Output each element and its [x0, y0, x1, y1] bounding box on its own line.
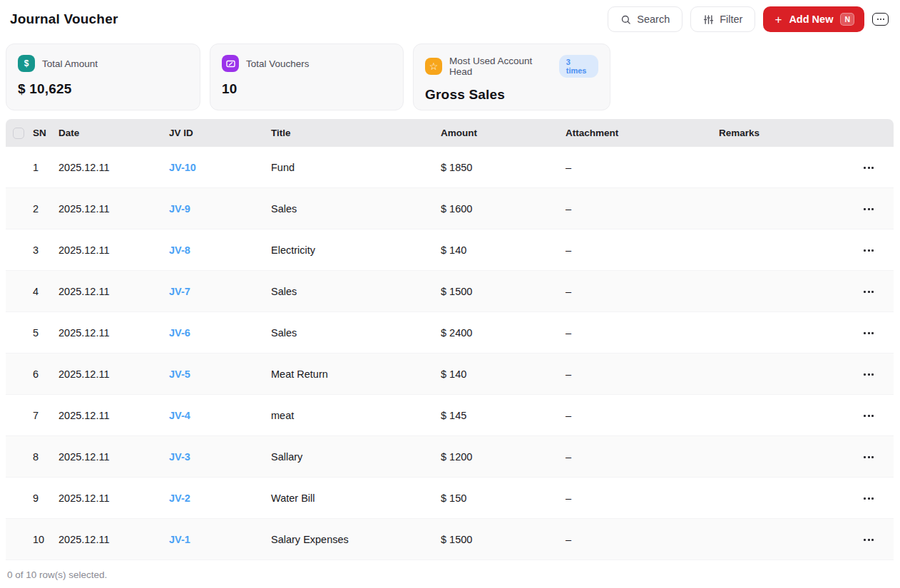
cell-title: meat: [271, 410, 441, 421]
total-amount-label: Total Amount: [42, 58, 98, 69]
table-row: 3 2025.12.11 JV-8 Electricity $ 140 –: [6, 229, 894, 271]
search-button[interactable]: Search: [608, 6, 682, 32]
stats-row: $ Total Amount $ 10,625 Total Vouchers 1…: [0, 38, 900, 115]
jv-id-link[interactable]: JV-6: [169, 327, 190, 339]
row-actions-button[interactable]: [864, 249, 874, 252]
row-actions-button[interactable]: [864, 208, 874, 210]
cell-sn: 7: [33, 410, 58, 421]
jv-id-link[interactable]: JV-4: [169, 410, 190, 421]
jv-id-link[interactable]: JV-2: [169, 492, 190, 504]
cell-date: 2025.12.11: [58, 327, 169, 339]
row-actions-button[interactable]: [864, 332, 874, 334]
cell-amount: $ 1500: [441, 534, 566, 545]
cell-attachment: –: [566, 451, 719, 463]
most-used-account-label: Most Used Account Head: [449, 56, 551, 77]
cell-date: 2025.12.11: [58, 244, 169, 256]
cell-title: Sales: [271, 286, 441, 297]
cell-attachment: –: [566, 244, 719, 256]
row-actions-button[interactable]: [864, 373, 874, 376]
cell-sn: 4: [33, 286, 58, 297]
cell-sn: 1: [33, 162, 58, 173]
cell-sn: 10: [33, 534, 58, 545]
total-amount-card: $ Total Amount $ 10,625: [6, 43, 200, 110]
row-actions-button[interactable]: [864, 456, 874, 458]
jv-id-link[interactable]: JV-8: [169, 244, 190, 256]
cell-title: Sallary: [271, 451, 441, 463]
table-row: 8 2025.12.11 JV-3 Sallary $ 1200 –: [6, 436, 894, 478]
cell-sn: 8: [33, 451, 58, 463]
cell-attachment: –: [566, 162, 719, 173]
row-actions-button[interactable]: [864, 539, 874, 541]
total-amount-value: $ 10,625: [18, 81, 188, 97]
cell-amount: $ 150: [441, 492, 566, 504]
cell-title: Sales: [271, 203, 441, 215]
cell-date: 2025.12.11: [58, 534, 169, 545]
cell-title: Sales: [271, 327, 441, 339]
cell-attachment: –: [566, 534, 719, 545]
search-icon: [620, 14, 631, 25]
cell-attachment: –: [566, 368, 719, 380]
table-header-row: SN Date JV ID Title Amount Attachment Re…: [6, 119, 894, 147]
cell-attachment: –: [566, 410, 719, 421]
cell-sn: 3: [33, 244, 58, 256]
row-actions-button[interactable]: [864, 167, 874, 169]
cell-amount: $ 1500: [441, 286, 566, 297]
add-new-button-label: Add New: [789, 14, 833, 25]
jv-id-link[interactable]: JV-9: [169, 203, 190, 215]
cell-amount: $ 140: [441, 244, 566, 256]
column-header-jvid: JV ID: [169, 128, 271, 138]
cell-attachment: –: [566, 286, 719, 297]
cell-date: 2025.12.11: [58, 492, 169, 504]
table-row: 1 2025.12.11 JV-10 Fund $ 1850 –: [6, 147, 894, 188]
cell-amount: $ 2400: [441, 327, 566, 339]
cell-attachment: –: [566, 492, 719, 504]
table-row: 4 2025.12.11 JV-7 Sales $ 1500 –: [6, 271, 894, 312]
cell-date: 2025.12.11: [58, 451, 169, 463]
topbar: Journal Voucher Search Filter + Add N: [0, 0, 900, 38]
dollar-icon: $: [18, 55, 35, 72]
cell-attachment: –: [566, 203, 719, 215]
cell-sn: 6: [33, 368, 58, 380]
total-vouchers-label: Total Vouchers: [246, 58, 310, 69]
row-actions-button[interactable]: [864, 497, 874, 500]
plus-icon: +: [774, 14, 782, 26]
jv-id-link[interactable]: JV-7: [169, 286, 190, 297]
filter-button[interactable]: Filter: [690, 6, 755, 32]
times-badge: 3 times: [559, 55, 598, 78]
table-row: 9 2025.12.11 JV-2 Water Bill $ 150 –: [6, 478, 894, 519]
jv-id-link[interactable]: JV-1: [169, 534, 190, 545]
vouchers-table: SN Date JV ID Title Amount Attachment Re…: [6, 119, 894, 560]
table-body: 1 2025.12.11 JV-10 Fund $ 1850 – 2 2025.…: [6, 147, 894, 560]
select-all-checkbox[interactable]: [13, 128, 24, 139]
cell-amount: $ 140: [441, 368, 566, 380]
filter-icon: [703, 14, 714, 25]
table-row: 7 2025.12.11 JV-4 meat $ 145 –: [6, 395, 894, 436]
page-title: Journal Voucher: [10, 11, 118, 27]
add-new-button[interactable]: + Add New N: [763, 6, 864, 32]
jv-id-link[interactable]: JV-10: [169, 162, 196, 173]
cell-sn: 9: [33, 492, 58, 504]
cell-date: 2025.12.11: [58, 286, 169, 297]
topbar-actions: Search Filter + Add New N: [608, 6, 889, 32]
row-actions-button[interactable]: [864, 291, 874, 293]
more-options-icon[interactable]: [872, 13, 889, 26]
jv-id-link[interactable]: JV-5: [169, 368, 190, 380]
selection-status: 0 of 10 row(s) selected.: [0, 560, 900, 588]
cell-title: Electricity: [271, 244, 441, 256]
column-header-amount: Amount: [441, 128, 566, 138]
cell-sn: 2: [33, 203, 58, 215]
search-button-label: Search: [637, 14, 670, 25]
column-header-title: Title: [271, 128, 441, 138]
column-header-sn: SN: [33, 128, 58, 138]
table-row: 10 2025.12.11 JV-1 Salary Expenses $ 150…: [6, 519, 894, 560]
cell-title: Water Bill: [271, 492, 441, 504]
cell-date: 2025.12.11: [58, 162, 169, 173]
cell-amount: $ 1600: [441, 203, 566, 215]
most-used-account-value: Gross Sales: [425, 87, 598, 103]
cell-amount: $ 1850: [441, 162, 566, 173]
column-header-remarks: Remarks: [719, 128, 849, 138]
cell-date: 2025.12.11: [58, 410, 169, 421]
jv-id-link[interactable]: JV-3: [169, 451, 190, 463]
row-actions-button[interactable]: [864, 415, 874, 417]
cell-title: Salary Expenses: [271, 534, 441, 545]
